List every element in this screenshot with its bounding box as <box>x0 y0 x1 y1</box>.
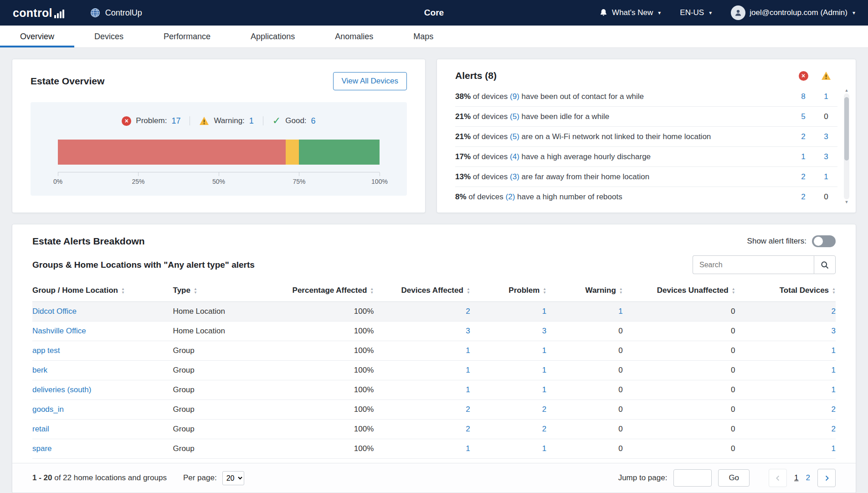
bar-segment-good <box>299 140 379 165</box>
alert-problem-count[interactable]: 2 <box>801 192 805 202</box>
column-header-warning[interactable]: Warning▲▼ <box>546 281 622 302</box>
view-all-devices-button[interactable]: View All Devices <box>333 72 407 90</box>
org-selector[interactable]: ControlUp <box>90 7 142 18</box>
alert-warning-count[interactable]: 3 <box>824 132 828 141</box>
devices-affected-link[interactable]: 2 <box>466 425 470 433</box>
column-header-devices-affected[interactable]: Devices Affected▲▼ <box>374 281 470 302</box>
scroll-up-icon[interactable]: ▲ <box>845 88 849 93</box>
group-link[interactable]: goods_in <box>32 405 64 414</box>
problem-link[interactable]: 3 <box>542 327 546 335</box>
alert-row: 8% of devices (2) have a high number of … <box>455 187 837 207</box>
group-link[interactable]: deliveries (south) <box>32 385 91 394</box>
search-input[interactable] <box>693 255 814 274</box>
legend-good: ✓ Good: 6 <box>272 116 316 126</box>
controlup-logo[interactable]: control <box>13 7 64 19</box>
tab-anomalies[interactable]: Anomalies <box>315 26 393 47</box>
problem-link[interactable]: 1 <box>542 366 546 374</box>
tab-applications[interactable]: Applications <box>231 26 315 47</box>
devices-affected-link[interactable]: 3 <box>466 327 470 335</box>
go-button[interactable]: Go <box>718 469 750 487</box>
alert-filters-toggle[interactable] <box>812 235 836 247</box>
user-menu[interactable]: joel@controlup.com (Admin) ▾ <box>731 5 855 20</box>
column-header-percentage-affected[interactable]: Percentage Affected▲▼ <box>282 281 374 302</box>
alert-warning-count[interactable]: 1 <box>824 172 828 182</box>
problem-link[interactable]: 2 <box>542 425 546 433</box>
alert-device-count-link[interactable]: (9) <box>510 92 519 101</box>
total-devices-link[interactable]: 2 <box>832 425 836 433</box>
scrollbar-thumb[interactable] <box>844 97 849 161</box>
next-page-button[interactable] <box>817 469 836 487</box>
warning-count-link[interactable]: 1 <box>249 116 254 126</box>
total-devices-link[interactable]: 1 <box>832 385 836 394</box>
prev-page-button[interactable] <box>769 469 787 487</box>
problem-link[interactable]: 1 <box>542 385 546 394</box>
axis-label: 25% <box>132 178 144 185</box>
column-header-group[interactable]: Group / Home Location▲▼ <box>32 281 173 302</box>
per-page-select[interactable]: 20 <box>222 471 244 485</box>
warning-link[interactable]: 1 <box>618 307 622 316</box>
tab-performance[interactable]: Performance <box>144 26 231 47</box>
devices-affected-link[interactable]: 1 <box>466 385 470 394</box>
globe-icon <box>90 7 101 18</box>
problem-column-icon: × <box>799 71 808 81</box>
alert-problem-count[interactable]: 2 <box>801 172 805 182</box>
total-devices-link[interactable]: 1 <box>832 346 836 355</box>
page-number-1[interactable]: 1 <box>794 473 798 483</box>
tab-maps[interactable]: Maps <box>393 26 453 47</box>
alert-problem-count[interactable]: 5 <box>801 112 805 121</box>
bell-icon <box>599 8 608 17</box>
alert-device-count-link[interactable]: (5) <box>510 112 519 121</box>
total-devices-link[interactable]: 1 <box>832 366 836 374</box>
total-devices-link[interactable]: 1 <box>832 444 836 453</box>
group-link[interactable]: Didcot Office <box>32 307 77 316</box>
column-header-type[interactable]: Type▲▼ <box>173 281 282 302</box>
devices-affected-link[interactable]: 2 <box>466 405 470 414</box>
locale-menu[interactable]: EN-US ▾ <box>680 8 712 17</box>
total-devices-link[interactable]: 2 <box>832 405 836 414</box>
column-header-devices-unaffected[interactable]: Devices Unaffected▲▼ <box>623 281 735 302</box>
group-link[interactable]: app test <box>32 346 60 355</box>
devices-affected-link[interactable]: 1 <box>466 346 470 355</box>
alerts-scrollbar[interactable]: ▲ ▼ <box>843 88 850 205</box>
problem-link[interactable]: 1 <box>542 346 546 355</box>
alert-device-count-link[interactable]: (3) <box>510 172 519 181</box>
total-devices-link[interactable]: 3 <box>832 327 836 335</box>
group-link[interactable]: berk <box>32 366 47 374</box>
problem-link[interactable]: 2 <box>542 405 546 414</box>
whats-new-menu[interactable]: What's New ▾ <box>599 8 661 17</box>
problem-link[interactable]: 1 <box>542 444 546 453</box>
group-link[interactable]: spare <box>32 444 52 453</box>
good-count-link[interactable]: 6 <box>311 116 316 126</box>
warning-cell: 0 <box>618 444 622 453</box>
group-link[interactable]: retail <box>32 425 49 433</box>
devices-affected-link[interactable]: 1 <box>466 366 470 374</box>
alert-warning-count[interactable]: 1 <box>824 92 828 101</box>
alert-device-count-link[interactable]: (5) <box>510 132 519 141</box>
alert-problem-count[interactable]: 1 <box>801 152 805 161</box>
column-header-problem[interactable]: Problem▲▼ <box>470 281 546 302</box>
alert-device-count-link[interactable]: (4) <box>510 152 519 161</box>
alert-warning-count[interactable]: 3 <box>824 152 828 161</box>
check-icon: ✓ <box>272 116 281 126</box>
total-devices-link[interactable]: 2 <box>832 307 836 316</box>
problem-count-link[interactable]: 17 <box>171 116 180 126</box>
percentage-cell: 100% <box>282 322 374 341</box>
topbar-right: What's New ▾ EN-US ▾ joel@controlup.com … <box>599 5 855 20</box>
jump-to-page-input[interactable] <box>673 469 712 487</box>
alert-problem-count[interactable]: 8 <box>801 92 805 101</box>
problem-link[interactable]: 1 <box>542 307 546 316</box>
devices-affected-link[interactable]: 2 <box>466 307 470 316</box>
column-header-total-devices[interactable]: Total Devices▲▼ <box>735 281 836 302</box>
tab-devices[interactable]: Devices <box>74 26 144 47</box>
alert-problem-count[interactable]: 2 <box>801 132 805 141</box>
scroll-down-icon[interactable]: ▼ <box>845 199 849 205</box>
search-button[interactable] <box>814 255 836 274</box>
scrollbar-track[interactable] <box>844 93 849 199</box>
sort-icon: ▲▼ <box>832 287 836 294</box>
devices-affected-link[interactable]: 1 <box>466 444 470 453</box>
page-number-2[interactable]: 2 <box>806 473 810 483</box>
devices-unaffected-cell: 0 <box>731 444 735 453</box>
tab-overview[interactable]: Overview <box>0 26 74 47</box>
alert-device-count-link[interactable]: (2) <box>506 192 515 201</box>
group-link[interactable]: Nashville Office <box>32 327 86 335</box>
